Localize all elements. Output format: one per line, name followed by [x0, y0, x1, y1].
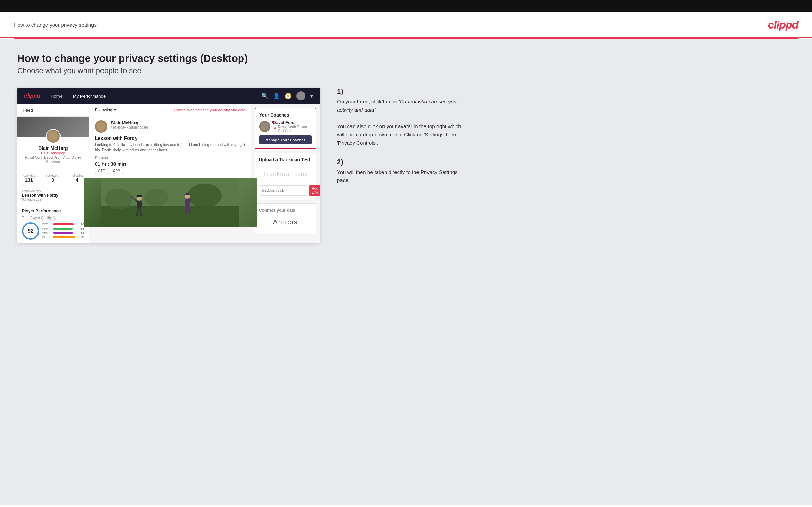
content-layout: clippd Home My Performance 🔍 👤 🧭 ▾ Feed	[17, 88, 795, 243]
svg-line-16	[186, 207, 186, 214]
post-date: Yesterday · Sunningdale	[111, 125, 148, 129]
coach-info: David Ford 📍 Royal North Devon Golf Club	[273, 120, 312, 133]
svg-point-2	[105, 189, 132, 209]
profile-stats: Activities 131 Followers 3 Following 4	[17, 171, 89, 186]
stat-followers: Followers 3	[46, 174, 59, 183]
pp-bar-app-track	[53, 228, 76, 230]
stat-activities-label: Activities	[23, 174, 35, 177]
pp-score: 92	[22, 222, 39, 240]
golf-scene-svg	[101, 178, 239, 227]
user-icon[interactable]: 👤	[273, 93, 280, 99]
app-right-sidebar: Your Coaches David Ford 📍 Royal North De…	[251, 104, 320, 243]
svg-point-7	[136, 195, 142, 197]
stat-activities: Activities 131	[23, 174, 35, 183]
feed-header: Following ▾ Control who can see your act…	[89, 104, 251, 116]
page-subheading: Choose what you want people to see	[17, 66, 795, 75]
footer: Copyright Clippd 2022	[0, 505, 812, 507]
coach-item: David Ford 📍 Royal North Devon Golf Club	[259, 120, 312, 133]
stat-followers-value: 3	[46, 177, 59, 183]
instruction-2-text: You will then be taken directly to the P…	[337, 168, 468, 185]
add-link-button[interactable]: Add Link	[309, 185, 320, 196]
pp-bar-app-label: APP	[42, 227, 52, 230]
trackman-input-row: Add Link	[259, 185, 312, 196]
pp-bar-app-fill	[53, 228, 73, 230]
profile-avatar	[46, 129, 61, 143]
arccos-logo: Arccos	[259, 215, 312, 230]
stat-followers-label: Followers	[46, 174, 59, 177]
pp-quality-label: Total Player Quality ⓘ	[22, 216, 84, 220]
page-heading: How to change your privacy settings (Des…	[17, 53, 795, 64]
chevron-down-icon: ▾	[114, 108, 116, 112]
pp-bar-putt-track	[53, 236, 76, 238]
nav-icons: 🔍 👤 🧭 ▾	[261, 91, 313, 100]
svg-point-4	[187, 184, 222, 208]
chevron-down-icon[interactable]: ▾	[310, 93, 313, 99]
nav-my-performance[interactable]: My Performance	[73, 93, 106, 99]
post-author: Blair McHarg	[111, 120, 148, 125]
stat-following: Following 4	[71, 174, 84, 183]
compass-icon[interactable]: 🧭	[285, 93, 292, 99]
coach-name: David Ford	[273, 120, 312, 125]
app-screenshot: clippd Home My Performance 🔍 👤 🧭 ▾ Feed	[17, 88, 320, 243]
instruction-2-number: 2)	[337, 158, 468, 166]
svg-point-14	[185, 193, 190, 195]
instruction-1-number: 1)	[337, 88, 468, 96]
pp-bar-ott-label: OTT	[42, 223, 52, 226]
user-avatar[interactable]	[296, 91, 305, 100]
connect-widget-title: Connect your data	[259, 208, 312, 213]
feed-post: Blair McHarg Yesterday · Sunningdale Les…	[89, 116, 251, 178]
pp-title: Player Performance	[22, 209, 84, 213]
app-feed: Following ▾ Control who can see your act…	[89, 104, 251, 243]
pp-bar-ott-val: 90	[77, 223, 84, 226]
svg-line-11	[140, 209, 141, 216]
app-sidebar: Feed Blair McHarg Plus Handicap Royal No…	[17, 104, 89, 243]
pp-bar-ott-track	[53, 223, 76, 225]
stat-following-label: Following	[71, 174, 84, 177]
post-meta: Blair McHarg Yesterday · Sunningdale	[111, 120, 148, 129]
trackman-placeholder: Trackman Link	[259, 165, 312, 183]
coach-club: 📍 Royal North Devon Golf Club	[273, 125, 312, 133]
post-tag-app: APP	[110, 168, 123, 174]
post-tag-ott: OTT	[95, 168, 108, 174]
nav-home[interactable]: Home	[51, 93, 63, 99]
profile-banner	[17, 117, 89, 137]
post-tags: OTT APP	[95, 168, 246, 174]
profile-avatar-inner	[47, 130, 60, 143]
pp-bar-app: APP 85	[42, 227, 84, 230]
pp-chart: 92 OTT 90 APP	[22, 222, 84, 240]
pp-bars: OTT 90 APP	[42, 223, 84, 239]
profile-club: Royal North Devon Golf Club, United King…	[21, 156, 86, 163]
coach-avatar	[259, 121, 270, 132]
following-button[interactable]: Following ▾	[95, 108, 116, 112]
post-image	[84, 178, 257, 227]
instruction-1-highlight: 'Control who can see your activity and d…	[337, 99, 458, 113]
instruction-1: 1) On your Feed, click/tap on 'Control w…	[337, 88, 468, 147]
pp-bar-arg-track	[53, 232, 76, 234]
header: How to change your privacy settings clip…	[0, 12, 812, 38]
header-title: How to change your privacy settings	[14, 22, 97, 28]
connect-widget: Connect your data Arccos	[255, 203, 316, 234]
stat-activities-value: 131	[23, 177, 35, 183]
trackman-input[interactable]	[259, 185, 307, 196]
logo: clippd	[768, 19, 798, 31]
following-label: Following	[95, 108, 112, 112]
post-duration-label: Duration	[95, 156, 246, 160]
latest-activity-label: Latest Activity	[22, 189, 84, 193]
feed-tab[interactable]: Feed	[17, 104, 89, 117]
info-icon: ⓘ	[53, 216, 56, 220]
search-icon[interactable]: 🔍	[261, 93, 268, 99]
trackman-widget: Upload a Trackman Test Trackman Link Add…	[255, 153, 316, 200]
control-privacy-link[interactable]: Control who can see your activity and da…	[174, 108, 246, 112]
app-logo: clippd	[24, 93, 40, 99]
coaches-widget: Your Coaches David Ford 📍 Royal North De…	[255, 108, 316, 149]
location-icon: 📍	[273, 127, 277, 131]
coaches-widget-title: Your Coaches	[259, 112, 312, 118]
pp-bar-arg-val: 86	[77, 231, 84, 234]
player-performance: Player Performance Total Player Quality …	[17, 205, 89, 243]
post-duration-value: 01 hr : 30 min	[95, 161, 246, 167]
top-bar	[0, 0, 812, 12]
pp-bar-ott: OTT 90	[42, 223, 84, 226]
instruction-2: 2) You will then be taken directly to th…	[337, 158, 468, 185]
pp-bar-arg-label: ARG	[42, 231, 52, 234]
manage-coaches-button[interactable]: Manage Your Coaches	[259, 135, 312, 144]
